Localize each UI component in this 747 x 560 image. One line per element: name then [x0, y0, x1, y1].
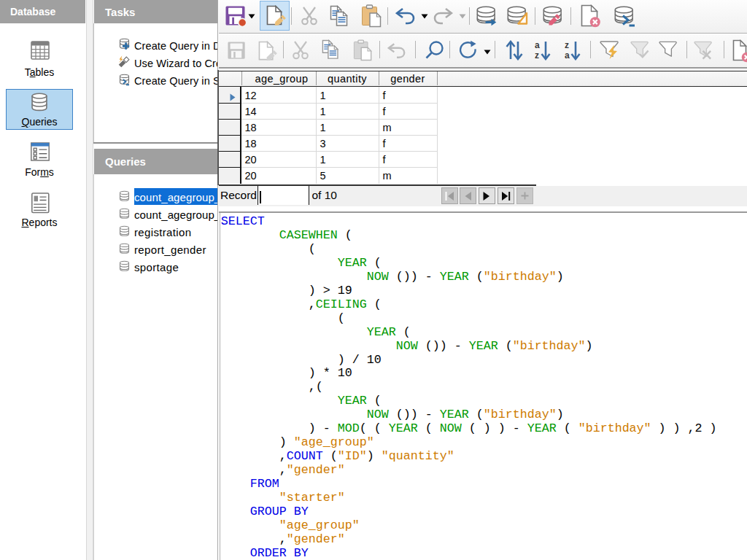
svg-text:z: z [535, 50, 539, 61]
svg-text:a: a [565, 50, 570, 61]
svg-text:a: a [535, 40, 540, 50]
svg-text:z: z [565, 40, 569, 50]
